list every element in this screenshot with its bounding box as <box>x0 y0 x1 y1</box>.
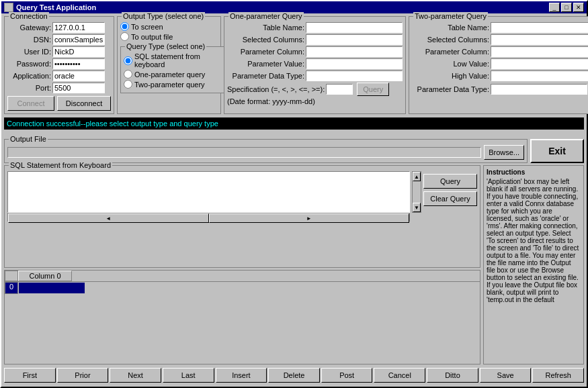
ditto-button[interactable]: Ditto <box>427 368 478 383</box>
instructions-vscrollbar[interactable] <box>575 166 583 364</box>
application-row: Application: <box>7 70 111 81</box>
two-low-value-input[interactable] <box>491 58 588 69</box>
save-button[interactable]: Save <box>480 368 532 383</box>
two-parameter-column-input[interactable] <box>491 46 588 57</box>
title-bar-buttons: _ □ ✕ <box>549 3 584 12</box>
instructions-title: Instructions <box>487 168 581 176</box>
exit-button[interactable]: Exit <box>530 139 584 163</box>
one-parameter-value-input[interactable] <box>306 58 403 69</box>
one-date-format-row: (Date format: yyyy-mm-dd) <box>227 97 403 105</box>
query-sql-radio[interactable] <box>124 56 132 65</box>
sql-vscrollbar[interactable]: ▲ ▼ <box>412 171 421 213</box>
one-parameter-column-input[interactable] <box>306 46 403 57</box>
one-parameter-data-type-input[interactable] <box>306 70 403 81</box>
query-one-param-radio[interactable] <box>124 70 132 79</box>
one-table-name-row: Table Name: <box>227 22 403 33</box>
output-type-group-label: Output Type (select one) <box>122 12 205 20</box>
sql-vscroll-down[interactable]: ▼ <box>413 203 421 212</box>
refresh-button[interactable]: Refresh <box>532 368 584 383</box>
post-button[interactable]: Post <box>321 368 373 383</box>
output-file-group: Output File Browse... <box>4 139 528 163</box>
query-type-group: Query Type (select one) SQL statement fr… <box>120 46 231 93</box>
sql-grid-area: SQL Statement from Keyboard ◄ ► <box>4 165 480 365</box>
one-selected-columns-row: Selected Columns: <box>227 34 403 45</box>
first-button[interactable]: First <box>4 368 56 383</box>
query-type-group-label: Query Type (select one) <box>125 42 206 50</box>
gateway-label: Gateway: <box>7 23 51 32</box>
maximize-button[interactable]: □ <box>561 3 572 12</box>
sql-hscroll-left[interactable]: ◄ <box>8 213 209 223</box>
dsn-label: DSN: <box>7 36 51 44</box>
password-row: Password: <box>7 58 111 69</box>
prior-button[interactable]: Prior <box>57 368 109 383</box>
two-selected-columns-input[interactable] <box>491 34 588 45</box>
port-input[interactable] <box>52 83 105 93</box>
one-query-button[interactable]: Query <box>357 83 389 96</box>
connection-group: Connection Gateway: DSN: User ID: Passwo… <box>4 16 114 114</box>
output-type-group: Output Type (select one) To screen To ou… <box>117 16 221 114</box>
connection-group-label: Connection <box>9 12 49 20</box>
two-high-value-input[interactable] <box>491 70 588 81</box>
password-input[interactable] <box>52 58 105 69</box>
last-button[interactable]: Last <box>163 368 214 383</box>
one-selected-columns-input[interactable] <box>306 34 403 45</box>
sql-textarea-wrap: ◄ ► <box>7 171 410 222</box>
window-title: Query Test Application <box>16 3 96 11</box>
one-specification-label: Specification (=, <, >, <=, >=): <box>227 85 325 93</box>
two-table-name-input[interactable] <box>491 22 588 33</box>
one-parameter-value-label: Parameter Value: <box>227 60 304 68</box>
query-two-param-label: Two-parameter query <box>134 81 205 89</box>
minimize-button[interactable]: _ <box>549 3 560 12</box>
scrollbar-corner <box>412 213 421 222</box>
sql-vscroll-up[interactable]: ▲ <box>413 172 421 181</box>
two-parameter-data-type-row: Parameter Data Type: Query <box>412 83 588 96</box>
one-parameter-value-row: Parameter Value: <box>227 58 403 69</box>
connect-button[interactable]: Connect <box>7 96 54 111</box>
password-label: Password: <box>7 60 51 68</box>
query-button[interactable]: Query <box>423 174 477 189</box>
one-parameter-column-label: Parameter Column: <box>227 48 304 56</box>
userid-input[interactable] <box>52 46 105 57</box>
sql-buttons: Query Clear Query <box>423 171 477 222</box>
clear-query-button[interactable]: Clear Query <box>423 191 477 206</box>
application-input[interactable] <box>52 70 105 81</box>
sql-hscroll-right[interactable]: ► <box>209 213 410 223</box>
next-button[interactable]: Next <box>110 368 161 383</box>
table-row: 0 <box>5 282 480 294</box>
instructions-panel: Instructions 'Application' box may be le… <box>483 165 584 365</box>
sql-hscrollbar[interactable]: ◄ ► <box>7 213 410 222</box>
progress-spacer <box>4 133 584 137</box>
close-button[interactable]: ✕ <box>573 3 584 12</box>
delete-button[interactable]: Delete <box>268 368 320 383</box>
query-two-param-radio[interactable] <box>124 80 132 89</box>
title-bar-left: Query Test Application <box>4 3 96 12</box>
output-file-label: To output file <box>131 33 173 41</box>
sql-textarea[interactable] <box>7 171 410 213</box>
two-param-group-label: Two-parameter Query <box>413 12 488 20</box>
insert-button[interactable]: Insert <box>216 368 267 383</box>
two-table-name-label: Table Name: <box>412 23 489 32</box>
dsn-input[interactable] <box>52 34 105 45</box>
query-two-param-row: Two-parameter query <box>124 80 228 89</box>
two-parameter-data-type-input[interactable] <box>491 84 587 95</box>
grid-header: Column 0 <box>5 271 480 282</box>
output-file-display <box>7 147 481 158</box>
one-table-name-input[interactable] <box>306 22 403 33</box>
gateway-input[interactable] <box>52 22 105 33</box>
grid-row0-cell0[interactable] <box>18 282 85 294</box>
output-file-radio[interactable] <box>120 32 129 41</box>
dsn-row: DSN: <box>7 34 111 45</box>
cancel-button[interactable]: Cancel <box>374 368 425 383</box>
output-screen-label: To screen <box>131 23 163 31</box>
app-icon <box>4 3 13 12</box>
one-parameter-data-type-row: Parameter Data Type: <box>227 70 403 81</box>
browse-button[interactable]: Browse... <box>484 145 524 160</box>
sql-vscrollbar-wrap: ▲ ▼ <box>412 171 421 222</box>
query-one-param-label: One-parameter query <box>134 70 205 79</box>
sql-statement-group: SQL Statement from Keyboard ◄ ► <box>4 165 480 268</box>
one-specification-input[interactable] <box>326 84 353 95</box>
grid-col0-header: Column 0 <box>18 271 72 281</box>
grid-container: Column 0 0 <box>4 270 480 365</box>
disconnect-button[interactable]: Disconnect <box>57 96 111 111</box>
output-screen-radio[interactable] <box>120 22 129 31</box>
